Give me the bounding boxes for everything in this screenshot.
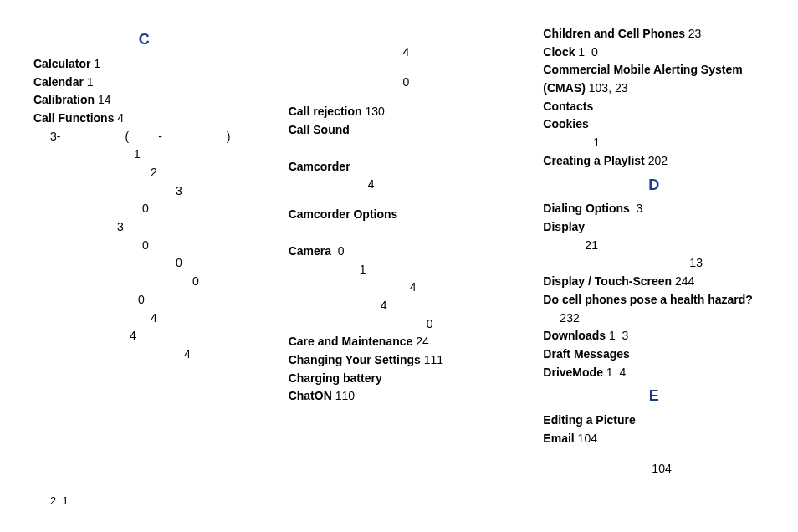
term: Children and Cell Phones — [543, 27, 685, 40]
page-num: 1 — [134, 147, 141, 161]
entry-email: Email 104 — [543, 430, 765, 448]
page-num: 3 — [622, 329, 628, 342]
entry-chaton: ChatON 110 — [289, 387, 510, 406]
page-num: 232 — [560, 311, 579, 325]
sub-num: 1 — [33, 146, 255, 164]
sub-num: 3 — [33, 218, 255, 237]
page-num: 0 — [176, 256, 182, 269]
page-num: 3 — [117, 220, 124, 233]
page-num: 23 — [615, 81, 628, 95]
sub-num: 4 — [33, 309, 255, 328]
entry-drivemode: DriveMode 1 4 — [543, 364, 765, 382]
term: Charging battery — [289, 371, 382, 385]
sub-num: 104 — [543, 460, 765, 478]
page-num: 4 — [184, 347, 191, 361]
section-letter-c: C — [33, 28, 255, 52]
page-num: 3 — [637, 202, 643, 215]
page-num: 1 — [87, 75, 94, 89]
entry-camcorder: Camcorder — [289, 158, 510, 176]
sub-num: 4 — [289, 176, 510, 194]
sub-num: 21 — [543, 237, 765, 255]
section-letter-e: E — [543, 385, 765, 408]
page-num: 0 — [338, 244, 345, 258]
sub-num: 2 — [33, 164, 255, 182]
entry-calibration: Calibration 14 — [33, 91, 255, 110]
page-num: 111 — [424, 353, 443, 366]
term: Display — [543, 220, 585, 233]
page-num: 3 — [176, 184, 182, 197]
entry-health: Do cell phones pose a health hazard? — [543, 291, 765, 309]
sub-num: 13 — [543, 254, 765, 273]
entry-care-maintenance: Care and Maintenance 24 — [289, 333, 510, 351]
entry-display-touch: Display / Touch-Screen 244 — [543, 273, 765, 291]
page-num: 14 — [98, 93, 111, 106]
term: Calendar — [33, 75, 84, 89]
page-num: 1 — [609, 329, 616, 342]
entry-children-cell: Children and Cell Phones 23 — [543, 25, 765, 43]
section-letter-d: D — [543, 174, 765, 197]
page-num: 202 — [648, 154, 668, 167]
term: Creating a Playlist — [543, 154, 644, 167]
sub-num: 0 — [33, 273, 255, 291]
term: Commercial Mobile Alerting System (CMAS) — [543, 63, 742, 95]
sub-num: 3 — [33, 182, 255, 201]
page-num: 1 — [94, 57, 100, 70]
comma: , — [608, 81, 611, 95]
page-num: 4 — [151, 311, 157, 325]
sub-num: 4 — [33, 345, 255, 364]
term: Camcorder Options — [289, 207, 398, 221]
index-columns: C Calculator 1 Calendar 1 Calibration 14… — [33, 25, 765, 478]
term: Clock — [543, 45, 575, 59]
sub-num: 0 — [33, 200, 255, 218]
paren-open: ( — [125, 130, 129, 143]
term: Camcorder — [289, 160, 350, 173]
entry-contacts: Contacts — [543, 98, 765, 116]
entry-call-functions: Call Functions 4 — [33, 110, 255, 128]
column-3: Children and Cell Phones 23 Clock 1 0 Co… — [543, 25, 765, 478]
entry-playlist: Creating a Playlist 202 — [543, 152, 765, 171]
page-num: 4 — [368, 177, 375, 191]
sub-num: 0 — [33, 237, 255, 255]
sub-num: 1 — [289, 261, 510, 279]
page-num: 1 — [606, 366, 613, 379]
term: Call rejection — [289, 105, 362, 118]
entry-camera: Camera 0 — [289, 243, 510, 261]
entry-clock: Clock 1 0 — [543, 43, 765, 62]
page-num: 13 — [689, 256, 703, 269]
sub-num: 0 — [289, 74, 510, 92]
sub-num: 0 — [289, 315, 510, 334]
entry-cmas: Commercial Mobile Alerting System (CMAS)… — [543, 61, 765, 97]
entry-charging-battery: Charging battery — [289, 370, 510, 388]
sub-num: 4 — [289, 297, 510, 315]
footer-num: 2 — [50, 494, 56, 507]
term: Calculator — [33, 57, 90, 70]
page-num: 103 — [589, 81, 608, 95]
page-num: 4 — [130, 329, 136, 342]
dash: - — [158, 130, 162, 143]
term: Contacts — [543, 100, 593, 113]
sub-num: 0 — [33, 254, 255, 273]
page-num: 130 — [365, 105, 384, 118]
sub-num: 4 — [33, 327, 255, 345]
entry-calculator: Calculator 1 — [33, 55, 255, 74]
paren-close: ) — [227, 130, 231, 143]
term: Draft Messages — [543, 347, 630, 361]
entry-editing-picture: Editing a Picture — [543, 412, 765, 430]
page-num: 244 — [675, 274, 694, 288]
page-num: 1 — [593, 136, 600, 149]
entry-downloads: Downloads 1 3 — [543, 327, 765, 345]
term: Call Functions — [33, 111, 114, 125]
sub-num: 4 — [289, 279, 510, 297]
term: Camera — [289, 244, 331, 258]
page-num: 24 — [416, 335, 429, 348]
page-num: 21 — [585, 238, 598, 252]
term: Call Sound — [289, 123, 350, 136]
page-num: 0 — [403, 75, 410, 89]
term: Dialing Options — [543, 202, 629, 215]
page-num: 0 — [427, 317, 433, 330]
entry-call-rejection: Call rejection 130 — [289, 103, 510, 121]
page-num: 0 — [138, 293, 145, 306]
page-num: 104 — [578, 432, 597, 445]
entry-camcorder-options: Camcorder Options — [289, 206, 510, 224]
page-num: 0 — [192, 274, 199, 288]
